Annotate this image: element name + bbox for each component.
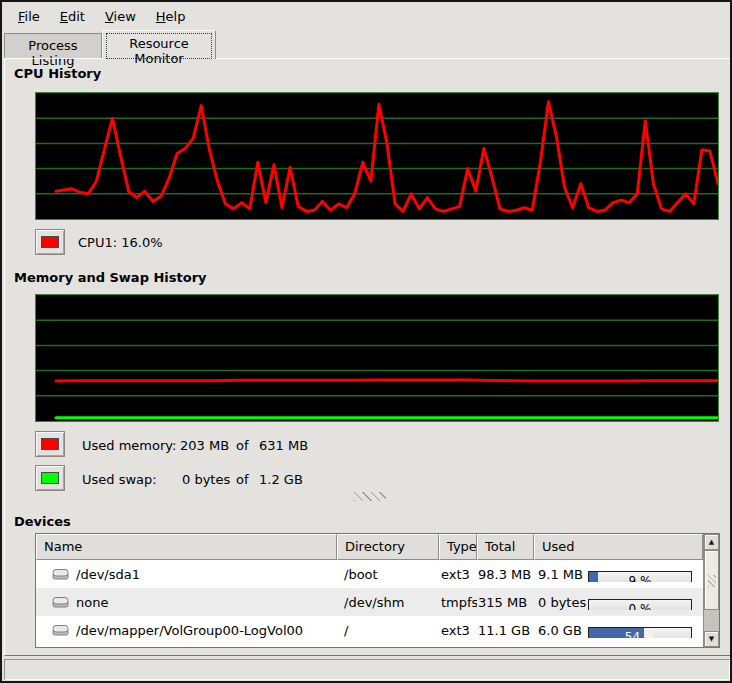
swap-total-value: 1.2 GB (259, 472, 303, 487)
tab-process-listing[interactable]: Process Listing (4, 33, 102, 59)
menu-edit[interactable]: Edit (50, 5, 95, 28)
memory-color-swatch (41, 438, 59, 450)
usage-progress-bar: 9 % (588, 571, 692, 582)
memory-history-title: Memory and Swap History (14, 270, 207, 285)
scrollbar-up-icon[interactable]: ▲ (704, 534, 719, 550)
table-scrollbar[interactable]: ▲ ▼ (703, 534, 719, 647)
swap-legend-label: Used swap: (82, 472, 157, 487)
device-used: 0 bytes (538, 595, 586, 610)
memory-color-button[interactable] (35, 431, 65, 457)
scrollbar-thumb[interactable] (704, 550, 719, 610)
device-type: ext3 (439, 567, 477, 582)
device-type: tmpfs (439, 595, 477, 610)
memory-history-graph (35, 294, 719, 422)
memory-history-chart (36, 295, 718, 421)
disk-icon (52, 624, 69, 637)
column-header-total[interactable]: Total (477, 534, 534, 560)
memory-legend-label: Used memory: (82, 438, 176, 453)
column-header-name[interactable]: Name (36, 534, 337, 560)
scrollbar-thumb-grip (708, 575, 716, 587)
disk-icon (52, 596, 69, 609)
column-header-used[interactable]: Used (534, 534, 703, 560)
column-header-directory[interactable]: Directory (337, 534, 439, 560)
pane-resize-grip[interactable] (354, 492, 386, 501)
scrollbar-down-icon[interactable]: ▼ (704, 631, 719, 647)
column-header-type[interactable]: Type (439, 534, 477, 560)
menubar: File Edit View Help (2, 2, 730, 30)
swap-color-button[interactable] (35, 465, 65, 491)
swap-used-value: 0 bytes (182, 472, 230, 487)
devices-table-header: Name Directory Type Total Used (36, 534, 703, 560)
device-used: 9.1 MB (538, 567, 583, 582)
device-total: 11.1 GB (477, 623, 534, 638)
disk-icon (52, 568, 69, 581)
device-type: ext3 (439, 623, 477, 638)
cpu-color-swatch (41, 236, 59, 248)
cpu-history-chart (36, 93, 718, 219)
usage-percent-label: 9 % (589, 572, 691, 582)
tab-resource-monitor-label: Resource Monitor (129, 36, 189, 66)
device-used: 6.0 GB (538, 623, 582, 638)
memory-total-value: 631 MB (259, 438, 308, 453)
device-name: /dev/sda1 (76, 567, 140, 582)
device-name: none (76, 595, 108, 610)
device-name: /dev/mapper/VolGroup00-LogVol00 (76, 623, 303, 638)
table-row-volgroup[interactable]: /dev/mapper/VolGroup00-LogVol00 / ext3 1… (36, 616, 703, 644)
cpu-legend-label: CPU1: 16.0% (78, 235, 163, 250)
usage-percent-label: 0 % (589, 600, 691, 610)
cpu-history-graph (35, 92, 719, 220)
device-total: 315 MB (477, 595, 534, 610)
tab-resource-monitor[interactable]: Resource Monitor (102, 30, 216, 59)
usage-progress-bar: 0 % (588, 599, 692, 610)
menu-file[interactable]: File (8, 5, 50, 28)
system-monitor-window: File Edit View Help Process Listing Reso… (0, 0, 732, 683)
table-row-none[interactable]: none /dev/shm tmpfs 315 MB 0 bytes 0 % (36, 588, 703, 616)
device-directory: / (337, 623, 439, 638)
memory-used-value: 203 MB (180, 438, 229, 453)
usage-percent-label: 54 % (589, 628, 691, 638)
device-total: 98.3 MB (477, 567, 534, 582)
devices-table: Name Directory Type Total Used /dev/sda1… (35, 533, 720, 648)
table-row-dev-sda1[interactable]: /dev/sda1 /boot ext3 98.3 MB 9.1 MB 9 % (36, 560, 703, 588)
status-bar (4, 659, 730, 680)
menu-help[interactable]: Help (146, 5, 196, 28)
device-directory: /boot (337, 567, 439, 582)
cpu-color-button[interactable] (35, 229, 65, 255)
usage-progress-bar: 54 % (588, 627, 692, 638)
menu-view[interactable]: View (95, 5, 146, 28)
swap-of-label: of (236, 472, 249, 487)
swap-color-swatch (41, 472, 59, 484)
devices-title: Devices (14, 514, 71, 529)
device-directory: /dev/shm (337, 595, 439, 610)
cpu-history-title: CPU History (14, 66, 101, 81)
memory-of-label: of (236, 438, 249, 453)
